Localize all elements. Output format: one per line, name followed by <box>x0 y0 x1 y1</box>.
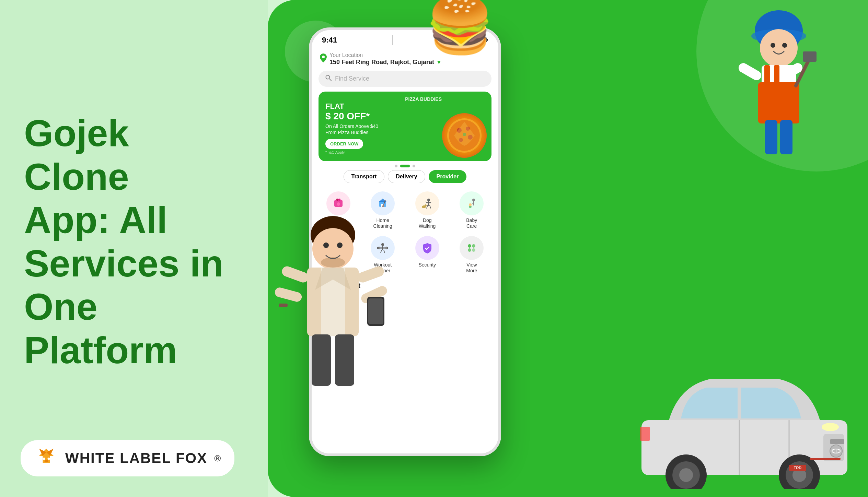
svg-rect-67 <box>758 82 799 123</box>
search-placeholder: Find Service <box>335 75 369 82</box>
svg-point-59 <box>468 248 471 252</box>
svg-rect-91 <box>279 304 288 307</box>
svg-rect-69 <box>774 65 779 86</box>
svg-rect-84 <box>274 286 303 303</box>
svg-point-79 <box>323 242 329 248</box>
heading-line2: App: All <box>24 199 167 241</box>
dot-2 <box>400 165 410 167</box>
svg-rect-85 <box>356 265 385 284</box>
svg-point-80 <box>337 242 343 248</box>
location-pin-icon <box>320 54 327 64</box>
dropdown-icon[interactable]: ▾ <box>437 59 440 66</box>
security-icon <box>415 236 439 260</box>
svg-point-57 <box>468 244 471 248</box>
view-more-label: ViewMore <box>466 262 477 274</box>
svg-point-58 <box>472 244 475 248</box>
tab-provider[interactable]: Provider <box>429 170 467 183</box>
svg-point-3 <box>43 458 45 460</box>
svg-point-27 <box>382 205 384 207</box>
status-time: 9:41 <box>322 36 337 45</box>
svg-text:TRD: TRD <box>794 466 802 470</box>
baby-care-icon <box>460 191 484 215</box>
pizza-brand-logo: PIZZA BUDDIES <box>405 96 442 102</box>
left-panel: Gojek Clone App: All Services in One Pla… <box>0 0 268 497</box>
baby-care-label: BabyCare <box>466 217 477 229</box>
search-icon <box>325 75 332 83</box>
dot-3 <box>413 165 415 167</box>
svg-point-34 <box>425 204 427 206</box>
burger-hand-deco: 🍔 <box>426 0 494 58</box>
svg-point-100 <box>822 423 839 431</box>
tab-delivery[interactable]: Delivery <box>388 170 425 183</box>
svg-rect-75 <box>780 120 792 154</box>
view-more-icon <box>460 236 484 260</box>
suv-car-deco: TRD <box>624 352 865 490</box>
svg-rect-73 <box>803 51 817 62</box>
tab-transport[interactable]: Transport <box>344 170 385 183</box>
svg-point-64 <box>771 43 775 48</box>
svg-rect-70 <box>737 61 763 82</box>
dog-walking-icon <box>415 191 439 215</box>
pizza-illustration <box>442 113 487 158</box>
search-bar[interactable]: Find Service <box>319 71 491 87</box>
svg-line-32 <box>430 205 431 208</box>
right-panel: 9:41 ▋▋▋ Your Location <box>268 0 868 497</box>
notch <box>392 35 393 45</box>
svg-rect-20 <box>336 199 338 201</box>
service-security[interactable]: Security <box>406 233 449 277</box>
svg-line-11 <box>329 79 331 81</box>
fox-logo-icon <box>34 446 58 470</box>
heading-line1: Gojek Clone <box>24 112 129 198</box>
svg-point-9 <box>322 56 325 58</box>
svg-point-60 <box>472 248 475 252</box>
svg-point-4 <box>48 458 50 460</box>
order-now-button[interactable]: ORDER NOW <box>325 139 363 149</box>
dot-1 <box>395 165 397 167</box>
heading-line3: Services in One <box>24 242 223 328</box>
heading-line4: Platform <box>24 329 177 371</box>
svg-point-36 <box>472 199 475 201</box>
carousel-dots <box>312 161 498 170</box>
logo-area: WHITE LABEL FOX ® <box>21 440 234 476</box>
svg-rect-90 <box>335 334 354 386</box>
brand-name: WHITE LABEL FOX <box>65 450 207 466</box>
category-tabs: Transport Delivery Provider <box>312 170 498 188</box>
worker-person-deco <box>710 7 827 241</box>
svg-rect-89 <box>312 334 331 386</box>
svg-rect-101 <box>640 427 650 441</box>
svg-rect-88 <box>368 298 383 324</box>
svg-rect-68 <box>764 65 770 86</box>
dog-walking-label: DogWalking <box>419 217 436 229</box>
service-dog-walking[interactable]: DogWalking <box>406 188 449 233</box>
svg-point-39 <box>469 206 472 208</box>
svg-point-104 <box>679 468 693 482</box>
svg-point-22 <box>337 202 340 206</box>
svg-rect-21 <box>338 199 340 201</box>
svg-point-5 <box>44 460 48 462</box>
svg-rect-96 <box>830 439 844 444</box>
banner-flat: FLAT <box>325 102 485 111</box>
svg-rect-108 <box>810 458 841 460</box>
security-label: Security <box>418 262 436 268</box>
svg-rect-83 <box>280 265 310 284</box>
young-man-deco <box>254 208 412 476</box>
svg-rect-74 <box>765 120 777 154</box>
location-address: 150 Feet Ring Road, Rajkot, Gujarat ▾ <box>329 58 490 66</box>
svg-line-31 <box>427 205 428 208</box>
trademark: ® <box>214 453 221 464</box>
service-view-more[interactable]: ViewMore <box>451 233 493 277</box>
promo-banner: PIZZA BUDDIES FLAT $ 20 OFF* On All Orde… <box>319 92 491 161</box>
service-baby-care[interactable]: BabyCare <box>451 188 493 233</box>
svg-point-65 <box>782 43 787 48</box>
svg-point-63 <box>760 29 798 67</box>
main-heading: Gojek Clone App: All Services in One Pla… <box>24 111 244 372</box>
svg-point-38 <box>469 203 472 206</box>
